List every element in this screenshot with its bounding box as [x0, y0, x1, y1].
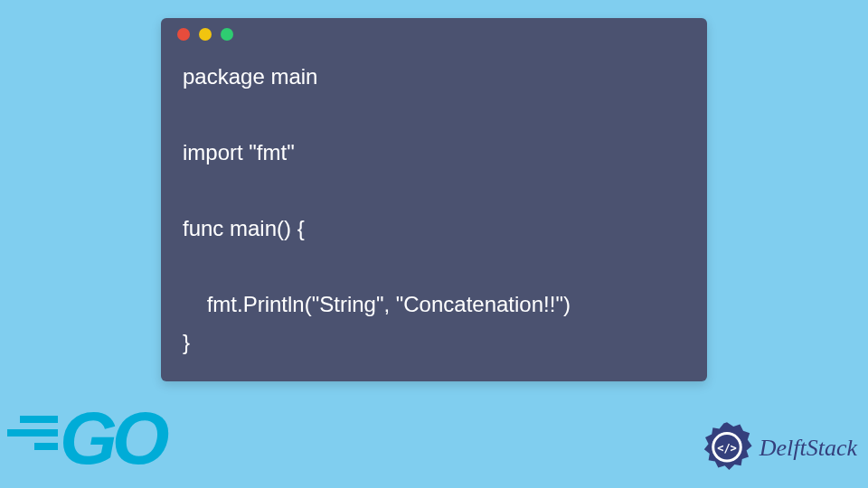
delftstack-logo-text: DelftStack: [760, 435, 857, 462]
code-window: package main import "fmt" func main() { …: [161, 18, 707, 381]
maximize-icon: [221, 28, 233, 41]
delftstack-code-icon: </>: [717, 442, 737, 455]
window-titlebar: [161, 18, 707, 51]
delftstack-badge-icon: </>: [700, 421, 754, 475]
minimize-icon: [199, 28, 212, 41]
code-body: package main import "fmt" func main() { …: [161, 51, 707, 381]
code-content: package main import "fmt" func main() { …: [183, 58, 685, 361]
delftstack-logo: </> DelftStack: [700, 421, 857, 475]
go-logo-text: GO: [60, 396, 165, 481]
close-icon: [177, 28, 190, 41]
go-logo: GO: [7, 396, 165, 481]
go-speed-lines-icon: [7, 416, 58, 450]
